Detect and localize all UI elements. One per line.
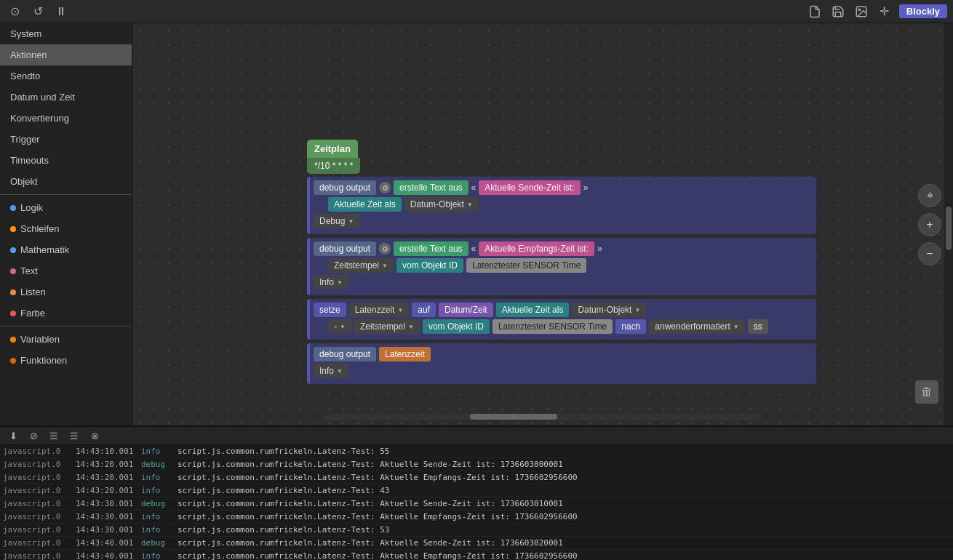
debug2-quote2: » <box>597 244 602 254</box>
zoom-out-button[interactable]: − <box>918 242 941 265</box>
log-time: 14:43:30.001 <box>76 512 141 521</box>
canvas-area[interactable]: Zeitplan */10 * * * * debug output ⚙ ers… <box>132 23 953 425</box>
trash-button[interactable]: 🗑 <box>915 380 938 404</box>
log-message: script.js.common.rumfrickeln.Latenz-Test… <box>178 551 950 560</box>
log-level: info <box>141 551 178 560</box>
setze-auf: auf <box>412 303 436 317</box>
sidebar-item-datum-zeit[interactable]: Datum und Zeit <box>0 87 132 108</box>
gear-icon-2[interactable]: ⚙ <box>379 243 391 255</box>
sidebar-item-system[interactable]: System <box>0 23 132 44</box>
debug-block-2[interactable]: debug output ⚙ erstelle Text aus « Aktue… <box>307 238 816 295</box>
debug1-create-text: erstelle Text aus <box>394 180 468 195</box>
sidebar-item-farbe[interactable]: Farbe <box>0 303 132 324</box>
log-panel: ⬇ ⊘ ☰ ☰ ⊗ javascript.0 14:43:10.001 info… <box>0 425 953 560</box>
debug1-level[interactable]: Debug <box>314 214 359 228</box>
log-download-icon[interactable]: ⬇ <box>6 428 20 443</box>
setze-row1: setze Latenzzeit auf Datum/Zeit Aktuelle… <box>314 303 813 317</box>
setze-format[interactable]: anwenderformatiert <box>649 319 744 334</box>
setze-datum-objekt[interactable]: Datum-Objekt <box>572 303 646 317</box>
log-source: javascript.0 <box>3 538 76 548</box>
sidebar-item-timeouts[interactable]: Timeouts <box>0 150 132 171</box>
log-filter-icon[interactable]: ☰ <box>47 428 61 443</box>
log-hide-icon[interactable]: ⊗ <box>87 428 102 443</box>
sidebar-item-label: Sendto <box>10 71 40 81</box>
debug1-row2: Aktuelle Zeit als Datum-Objekt <box>314 197 813 212</box>
gear-icon-1[interactable]: ⚙ <box>379 182 391 193</box>
log-row: javascript.0 14:43:20.001 info script.js… <box>0 471 953 484</box>
debug-block-1[interactable]: debug output ⚙ erstelle Text aus « Aktue… <box>307 177 816 234</box>
setze-variable[interactable]: Latenzzeit <box>349 303 410 317</box>
canvas-vscroll[interactable] <box>944 23 953 425</box>
blockly-badge: Blockly <box>899 4 947 18</box>
log-message: script.js.common.rumfrickeln.Latenz-Test… <box>178 460 950 469</box>
canvas-scrollbar[interactable] <box>324 414 761 420</box>
image-icon[interactable] <box>853 3 870 20</box>
setze-vom-objekt-id: vom Objekt ID <box>423 319 490 334</box>
sidebar-item-konvertierung[interactable]: Konvertierung <box>0 108 132 129</box>
setze-zeitstempel[interactable]: Zeitstempel <box>354 319 420 334</box>
canvas-scrollbar-thumb[interactable] <box>470 414 557 420</box>
navigate-icon[interactable]: ⌖ <box>918 184 941 207</box>
log-time: 14:43:10.001 <box>76 447 141 456</box>
sidebar-item-listen[interactable]: Listen <box>0 281 132 303</box>
sidebar-item-sendto[interactable]: Sendto <box>0 65 132 87</box>
cursor-icon[interactable]: ✛ <box>876 3 893 20</box>
debug1-quote2: » <box>583 183 589 193</box>
log-time: 14:43:40.001 <box>76 538 141 548</box>
new-file-icon[interactable] <box>806 3 824 20</box>
sidebar-item-objekt[interactable]: Objekt <box>0 171 132 192</box>
debug2-vom-objekt-id: vom Objekt ID <box>396 258 463 273</box>
log-level: info <box>141 512 178 521</box>
sidebar-item-label: Text <box>20 265 38 276</box>
refresh-icon[interactable]: ↺ <box>29 3 47 20</box>
setze-label: setze <box>314 303 346 317</box>
sidebar-item-aktionen[interactable]: Aktionen <box>0 44 132 65</box>
schedule-block[interactable]: Zeitplan */10 * * * * <box>307 140 816 177</box>
log-level: debug <box>141 538 178 548</box>
log-row: javascript.0 14:43:30.001 info script.js… <box>0 511 953 524</box>
log-level: debug <box>141 460 178 469</box>
debug-block-3[interactable]: debug output Latenzzeit Info <box>307 343 816 384</box>
sidebar-item-label: Farbe <box>20 308 45 319</box>
sidebar-separator-1 <box>0 194 132 195</box>
debug2-zeitstempel[interactable]: Zeitstempel <box>328 258 394 273</box>
sidebar-item-logik[interactable]: Logik <box>0 197 132 218</box>
sidebar-item-schleifen[interactable]: Schleifen <box>0 218 132 239</box>
debug2-level[interactable]: Info <box>314 275 348 289</box>
debug2-text1: Aktuelle Empfangs-Zeit ist: <box>479 241 594 256</box>
save-icon[interactable] <box>829 3 847 20</box>
setze-sensor-time[interactable]: Latenztester SENSOR Time <box>493 319 613 334</box>
log-source: javascript.0 <box>3 499 76 508</box>
setze-block[interactable]: setze Latenzzeit auf Datum/Zeit Aktuelle… <box>307 299 816 340</box>
log-level: info <box>141 525 178 535</box>
debug1-output-label: debug output <box>314 180 376 195</box>
sidebar-item-label: Trigger <box>10 134 40 145</box>
target-icon[interactable]: ⊙ <box>6 3 23 20</box>
sidebar-item-text[interactable]: Text <box>0 260 132 281</box>
sidebar-item-funktionen[interactable]: Funktionen <box>0 350 132 371</box>
sidebar-item-trigger[interactable]: Trigger <box>0 129 132 150</box>
log-clear-icon[interactable]: ⊘ <box>26 428 41 443</box>
zoom-in-button[interactable]: + <box>918 213 941 236</box>
debug1-datum-objekt[interactable]: Datum-Objekt <box>404 197 479 212</box>
schedule-value: */10 * * * * <box>307 158 360 174</box>
log-search-icon[interactable]: ☰ <box>67 428 81 443</box>
setze-minus[interactable]: - <box>328 319 351 334</box>
trash-area: 🗑 <box>915 380 938 404</box>
sidebar-item-label: Mathematik <box>20 244 69 255</box>
pause-icon[interactable]: ⏸ <box>52 3 70 20</box>
sidebar-item-variablen[interactable]: Variablen <box>0 329 132 350</box>
setze-datum-zeit: Datum/Zeit <box>439 303 493 317</box>
log-row: javascript.0 14:43:40.001 info script.js… <box>0 550 953 560</box>
canvas-vscroll-thumb[interactable] <box>946 207 952 250</box>
sidebar-item-label: Logik <box>20 202 43 213</box>
log-message: script.js.common.rumfrickeln.Latenz-Test… <box>178 499 950 508</box>
sidebar-item-mathematik[interactable]: Mathematik <box>0 239 132 260</box>
schedule-header: Zeitplan <box>307 140 358 158</box>
log-time: 14:43:30.001 <box>76 525 141 535</box>
log-row: javascript.0 14:43:10.001 info script.js… <box>0 445 953 458</box>
sidebar-item-label: Schleifen <box>20 223 59 234</box>
log-message: script.js.common.rumfrickeln.Latenz-Test… <box>178 512 950 521</box>
debug2-sensor-time[interactable]: Latenztester SENSOR Time <box>466 258 586 273</box>
debug3-level[interactable]: Info <box>314 364 348 378</box>
